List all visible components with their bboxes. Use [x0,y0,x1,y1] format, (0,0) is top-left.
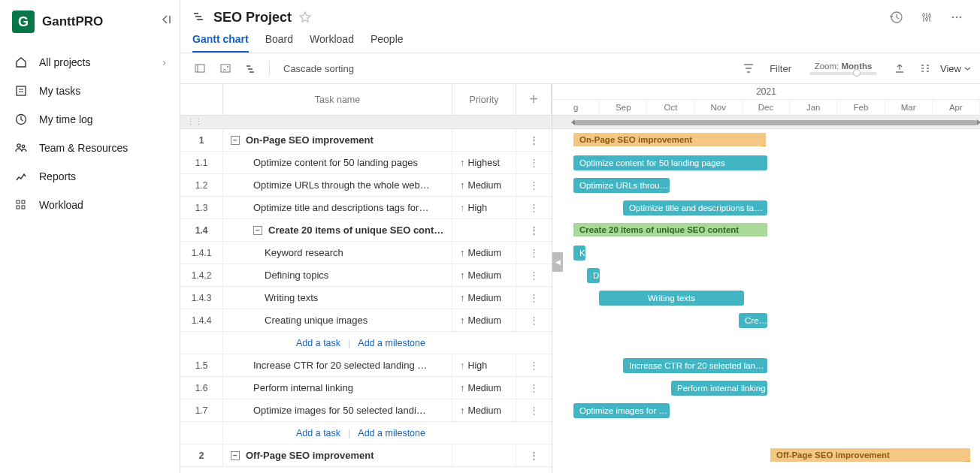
history-icon[interactable] [885,8,908,27]
filter-icon[interactable] [738,58,759,79]
tab-workload[interactable]: Workload [310,33,354,53]
add-task-link[interactable]: Add a task [296,428,340,438]
gantt-bar[interactable]: Create 20 items of unique SEO content [573,223,767,236]
nav-item-team-resources[interactable]: Team & Resources [0,134,180,162]
gantt-bar[interactable]: Cre… [739,313,767,328]
gantt-bar[interactable]: Optimize images for … [573,403,670,418]
task-name-cell[interactable]: −On-Page SEO improvement [223,129,452,151]
settings-icon[interactable] [915,8,938,27]
baseline-icon[interactable] [915,58,936,79]
priority-cell[interactable]: ↑Medium [452,309,516,331]
row-menu-icon[interactable]: ⋮ [516,399,552,421]
row-menu-icon[interactable]: ⋮ [516,377,552,399]
priority-cell[interactable]: ↑High [452,354,516,376]
row-menu-icon[interactable]: ⋮ [516,174,552,196]
nav-item-workload[interactable]: Workload [0,191,180,219]
task-row[interactable]: 1.5Increase CTR for 20 selected landing … [180,354,552,377]
priority-cell[interactable]: ↑Medium [452,377,516,399]
row-menu-icon[interactable]: ⋮ [516,354,552,376]
timeline-scrollbar[interactable] [575,120,977,125]
row-menu-icon[interactable]: ⋮ [516,152,552,173]
task-row[interactable]: 1.4.2Defining topics↑Medium⋮ [180,264,552,287]
task-row[interactable]: 1−On-Page SEO improvement⋮ [180,129,552,152]
task-row[interactable]: 1.6Perform internal linking↑Medium⋮ [180,377,552,399]
gantt-bar[interactable]: D. [587,268,600,283]
priority-cell[interactable]: ↑Medium [452,242,516,264]
more-icon[interactable] [945,8,968,27]
collapse-sidebar-icon[interactable] [160,14,172,26]
task-row[interactable]: 1.2Optimize URLs through the whole web…↑… [180,174,552,197]
gantt-bar[interactable]: Optimize content for 50 landing pages [573,155,767,170]
toolbar-btn-3[interactable] [240,58,262,79]
view-button[interactable]: View [940,63,971,74]
task-row[interactable]: 2−Off-Page SEO improvement⋮ [180,444,552,467]
toolbar-btn-2[interactable] [215,58,236,79]
task-row[interactable]: 1.4.1Keyword research↑Medium⋮ [180,242,552,264]
priority-cell[interactable] [452,129,516,151]
priority-cell[interactable]: ↑Medium [452,287,516,309]
row-menu-icon[interactable]: ⋮ [516,129,552,151]
task-row[interactable]: 1.4.4Creating unique images↑Medium⋮ [180,309,552,332]
collapse-toggle[interactable]: − [231,451,240,460]
drag-handle-row[interactable]: ⋮⋮ [180,116,552,129]
tab-people[interactable]: People [371,33,404,53]
favorite-star-icon[interactable] [299,11,311,23]
task-name-cell[interactable]: −Off-Page SEO improvement [223,444,452,466]
task-row[interactable]: 1.7Optimize images for 50 selected landi… [180,399,552,422]
task-row[interactable]: 1.4.3Writing texts↑Medium⋮ [180,287,552,309]
task-row[interactable]: 1.3Optimize title and descriptions tags … [180,197,552,219]
collapse-grid-handle[interactable]: ◀ [552,252,563,272]
tab-board[interactable]: Board [265,33,293,53]
row-menu-icon[interactable]: ⋮ [516,287,552,309]
gantt-bar[interactable]: Perform internal linking [671,381,767,396]
row-menu-icon[interactable]: ⋮ [516,242,552,264]
task-name-cell[interactable]: Optimize URLs through the whole web… [223,174,452,196]
add-column-button[interactable]: + [516,84,552,115]
priority-cell[interactable]: ↑Highest [452,152,516,173]
gantt-bar[interactable]: K. [573,246,585,261]
gantt-bar[interactable]: On-Page SEO improvement [573,133,766,146]
add-milestone-link[interactable]: Add a milestone [358,428,425,438]
add-task-link[interactable]: Add a task [296,338,340,348]
task-name-cell[interactable]: Optimize content for 50 landing pages [223,152,452,173]
add-milestone-link[interactable]: Add a milestone [358,338,425,348]
nav-item-reports[interactable]: Reports [0,162,180,191]
nav-item-my-tasks[interactable]: My tasks [0,77,180,105]
nav-item-my-time-log[interactable]: My time log [0,105,180,134]
row-menu-icon[interactable]: ⋮ [516,197,552,218]
gantt-bar[interactable]: Writing texts [599,291,744,306]
export-icon[interactable] [889,58,910,79]
row-menu-icon[interactable]: ⋮ [516,219,552,241]
gantt-bar[interactable]: Off-Page SEO improvement [770,448,970,462]
task-name-cell[interactable]: Defining topics [223,264,452,286]
collapse-toggle[interactable]: − [231,136,240,145]
gantt-bar[interactable]: Optimize URLs throu… [573,178,670,193]
gantt-bar[interactable]: Optimize title and descriptions ta… [623,200,767,215]
task-name-cell[interactable]: Keyword research [223,242,452,264]
priority-cell[interactable]: ↑Medium [452,264,516,286]
filter-button[interactable]: Filter [764,63,797,74]
task-name-cell[interactable]: Optimize images for 50 selected landi… [223,399,452,421]
task-name-cell[interactable]: Optimize title and descriptions tags for… [223,197,452,218]
row-menu-icon[interactable]: ⋮ [516,264,552,286]
row-menu-icon[interactable]: ⋮ [516,444,552,466]
gantt-bar[interactable]: Increase CTR for 20 selected lan… [623,358,767,373]
task-name-cell[interactable]: Increase CTR for 20 selected landing … [223,354,452,376]
cascade-sorting-button[interactable]: Cascade sorting [277,63,360,74]
row-menu-icon[interactable]: ⋮ [516,309,552,331]
priority-cell[interactable]: ↑Medium [452,399,516,421]
priority-cell[interactable]: ↑High [452,197,516,218]
collapse-toggle[interactable]: − [253,226,262,235]
task-name-cell[interactable]: −Create 20 items of unique SEO cont… [223,219,452,241]
task-name-cell[interactable]: Writing texts [223,287,452,309]
priority-cell[interactable]: ↑Medium [452,174,516,196]
zoom-control[interactable]: Zoom: Months [809,62,877,75]
task-name-cell[interactable]: Perform internal linking [223,377,452,399]
task-row[interactable]: 1.4−Create 20 items of unique SEO cont…⋮ [180,219,552,242]
tab-gantt-chart[interactable]: Gantt chart [192,33,249,53]
priority-cell[interactable] [452,444,516,466]
task-row[interactable]: 1.1Optimize content for 50 landing pages… [180,152,552,174]
priority-cell[interactable] [452,219,516,241]
toolbar-btn-1[interactable] [189,58,210,79]
nav-item-all-projects[interactable]: All projects› [0,48,180,77]
